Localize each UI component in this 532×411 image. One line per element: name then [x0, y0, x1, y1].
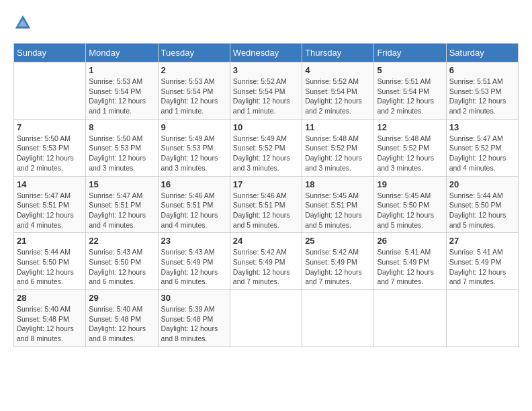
day-number: 14 — [17, 179, 83, 189]
day-info: Sunrise: 5:52 AM Sunset: 5:54 PM Dayligh… — [233, 77, 299, 116]
day-info: Sunrise: 5:43 AM Sunset: 5:50 PM Dayligh… — [89, 247, 154, 287]
day-number: 27 — [449, 236, 515, 246]
column-header-saturday: Saturday — [446, 44, 518, 62]
day-info: Sunrise: 5:45 AM Sunset: 5:51 PM Dayligh… — [305, 191, 371, 230]
logo — [13, 13, 35, 32]
day-number: 1 — [89, 65, 154, 75]
day-number: 13 — [449, 122, 515, 132]
day-info: Sunrise: 5:42 AM Sunset: 5:49 PM Dayligh… — [233, 247, 299, 287]
calendar-table: SundayMondayTuesdayWednesdayThursdayFrid… — [13, 43, 519, 347]
day-number: 8 — [89, 122, 154, 132]
calendar-cell: 11Sunrise: 5:48 AM Sunset: 5:52 PM Dayli… — [302, 119, 374, 176]
calendar-cell — [14, 62, 86, 120]
day-info: Sunrise: 5:52 AM Sunset: 5:54 PM Dayligh… — [305, 77, 371, 116]
day-number: 24 — [233, 236, 299, 246]
day-info: Sunrise: 5:50 AM Sunset: 5:53 PM Dayligh… — [17, 134, 83, 173]
day-info: Sunrise: 5:44 AM Sunset: 5:50 PM Dayligh… — [449, 191, 515, 230]
day-number: 18 — [305, 179, 371, 189]
calendar-cell: 23Sunrise: 5:43 AM Sunset: 5:49 PM Dayli… — [158, 233, 230, 290]
day-number: 11 — [305, 122, 371, 132]
calendar-cell: 9Sunrise: 5:49 AM Sunset: 5:53 PM Daylig… — [158, 119, 230, 176]
calendar-cell: 1Sunrise: 5:53 AM Sunset: 5:54 PM Daylig… — [86, 62, 158, 120]
day-info: Sunrise: 5:42 AM Sunset: 5:49 PM Dayligh… — [305, 247, 371, 287]
week-row-2: 7Sunrise: 5:50 AM Sunset: 5:53 PM Daylig… — [14, 119, 519, 176]
day-number: 20 — [449, 179, 515, 189]
day-number: 12 — [377, 122, 443, 132]
calendar-cell — [302, 290, 374, 347]
calendar-cell: 20Sunrise: 5:44 AM Sunset: 5:50 PM Dayli… — [446, 176, 518, 233]
day-info: Sunrise: 5:48 AM Sunset: 5:52 PM Dayligh… — [305, 134, 371, 173]
calendar-cell: 27Sunrise: 5:41 AM Sunset: 5:49 PM Dayli… — [446, 233, 518, 290]
day-info: Sunrise: 5:39 AM Sunset: 5:48 PM Dayligh… — [161, 304, 227, 344]
day-number: 10 — [233, 122, 299, 132]
calendar-cell — [374, 290, 446, 347]
day-number: 29 — [89, 293, 154, 303]
calendar-cell: 15Sunrise: 5:47 AM Sunset: 5:51 PM Dayli… — [86, 176, 158, 233]
calendar-cell: 26Sunrise: 5:41 AM Sunset: 5:49 PM Dayli… — [374, 233, 446, 290]
calendar-cell: 7Sunrise: 5:50 AM Sunset: 5:53 PM Daylig… — [14, 119, 86, 176]
calendar-cell: 8Sunrise: 5:50 AM Sunset: 5:53 PM Daylig… — [86, 119, 158, 176]
calendar-cell: 29Sunrise: 5:40 AM Sunset: 5:48 PM Dayli… — [86, 290, 158, 347]
calendar-cell: 22Sunrise: 5:43 AM Sunset: 5:50 PM Dayli… — [86, 233, 158, 290]
day-number: 22 — [89, 236, 154, 246]
column-header-thursday: Thursday — [302, 44, 374, 62]
day-number: 26 — [377, 236, 443, 246]
calendar-cell: 2Sunrise: 5:53 AM Sunset: 5:54 PM Daylig… — [158, 62, 230, 120]
day-info: Sunrise: 5:49 AM Sunset: 5:52 PM Dayligh… — [233, 134, 299, 173]
day-info: Sunrise: 5:47 AM Sunset: 5:51 PM Dayligh… — [89, 191, 154, 230]
day-number: 9 — [161, 122, 227, 132]
calendar-cell: 4Sunrise: 5:52 AM Sunset: 5:54 PM Daylig… — [302, 62, 374, 120]
column-header-monday: Monday — [86, 44, 158, 62]
day-info: Sunrise: 5:44 AM Sunset: 5:50 PM Dayligh… — [17, 247, 83, 287]
day-number: 6 — [449, 65, 515, 75]
day-number: 28 — [17, 293, 83, 303]
calendar-cell: 10Sunrise: 5:49 AM Sunset: 5:52 PM Dayli… — [230, 119, 302, 176]
calendar-cell: 6Sunrise: 5:51 AM Sunset: 5:53 PM Daylig… — [446, 62, 518, 120]
day-info: Sunrise: 5:53 AM Sunset: 5:54 PM Dayligh… — [161, 77, 227, 116]
day-number: 17 — [233, 179, 299, 189]
week-row-1: 1Sunrise: 5:53 AM Sunset: 5:54 PM Daylig… — [14, 62, 519, 120]
calendar-cell: 24Sunrise: 5:42 AM Sunset: 5:49 PM Dayli… — [230, 233, 302, 290]
day-info: Sunrise: 5:51 AM Sunset: 5:53 PM Dayligh… — [449, 77, 515, 116]
week-row-3: 14Sunrise: 5:47 AM Sunset: 5:51 PM Dayli… — [14, 176, 519, 233]
day-number: 30 — [161, 293, 227, 303]
calendar-cell — [446, 290, 518, 347]
calendar-cell: 30Sunrise: 5:39 AM Sunset: 5:48 PM Dayli… — [158, 290, 230, 347]
day-info: Sunrise: 5:43 AM Sunset: 5:49 PM Dayligh… — [161, 247, 227, 287]
day-info: Sunrise: 5:47 AM Sunset: 5:52 PM Dayligh… — [449, 134, 515, 173]
calendar-cell: 25Sunrise: 5:42 AM Sunset: 5:49 PM Dayli… — [302, 233, 374, 290]
day-number: 5 — [377, 65, 443, 75]
column-header-wednesday: Wednesday — [230, 44, 302, 62]
day-number: 2 — [161, 65, 227, 75]
day-number: 15 — [89, 179, 154, 189]
column-header-sunday: Sunday — [14, 44, 86, 62]
day-number: 3 — [233, 65, 299, 75]
day-info: Sunrise: 5:46 AM Sunset: 5:51 PM Dayligh… — [161, 191, 227, 230]
calendar-cell — [230, 290, 302, 347]
calendar-cell: 13Sunrise: 5:47 AM Sunset: 5:52 PM Dayli… — [446, 119, 518, 176]
page-header — [13, 13, 519, 32]
calendar-cell: 16Sunrise: 5:46 AM Sunset: 5:51 PM Dayli… — [158, 176, 230, 233]
calendar-cell: 5Sunrise: 5:51 AM Sunset: 5:54 PM Daylig… — [374, 62, 446, 120]
day-number: 4 — [305, 65, 371, 75]
day-number: 25 — [305, 236, 371, 246]
day-number: 21 — [17, 236, 83, 246]
calendar-cell: 21Sunrise: 5:44 AM Sunset: 5:50 PM Dayli… — [14, 233, 86, 290]
day-info: Sunrise: 5:41 AM Sunset: 5:49 PM Dayligh… — [377, 247, 443, 287]
day-info: Sunrise: 5:40 AM Sunset: 5:48 PM Dayligh… — [89, 304, 154, 344]
day-info: Sunrise: 5:49 AM Sunset: 5:53 PM Dayligh… — [161, 134, 227, 173]
calendar-cell: 3Sunrise: 5:52 AM Sunset: 5:54 PM Daylig… — [230, 62, 302, 120]
day-info: Sunrise: 5:41 AM Sunset: 5:49 PM Dayligh… — [449, 247, 515, 287]
calendar-header-row: SundayMondayTuesdayWednesdayThursdayFrid… — [14, 44, 519, 62]
day-number: 19 — [377, 179, 443, 189]
day-info: Sunrise: 5:40 AM Sunset: 5:48 PM Dayligh… — [17, 304, 83, 344]
day-info: Sunrise: 5:48 AM Sunset: 5:52 PM Dayligh… — [377, 134, 443, 173]
logo-icon — [13, 13, 32, 32]
week-row-4: 21Sunrise: 5:44 AM Sunset: 5:50 PM Dayli… — [14, 233, 519, 290]
day-info: Sunrise: 5:50 AM Sunset: 5:53 PM Dayligh… — [89, 134, 154, 173]
day-number: 23 — [161, 236, 227, 246]
day-number: 16 — [161, 179, 227, 189]
calendar-cell: 14Sunrise: 5:47 AM Sunset: 5:51 PM Dayli… — [14, 176, 86, 233]
day-info: Sunrise: 5:47 AM Sunset: 5:51 PM Dayligh… — [17, 191, 83, 230]
day-info: Sunrise: 5:53 AM Sunset: 5:54 PM Dayligh… — [89, 77, 154, 116]
